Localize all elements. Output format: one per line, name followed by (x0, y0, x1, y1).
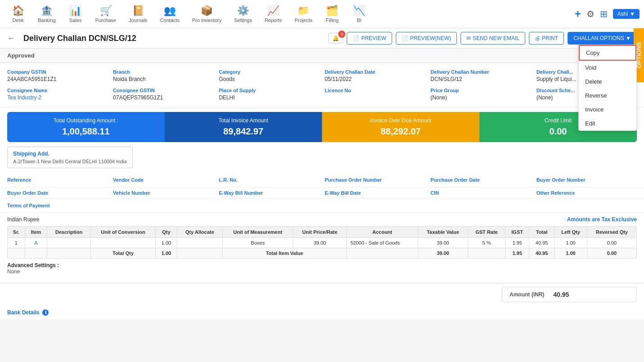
total-outstanding-card: Total Outstanding Amount : 1,00,588.11 (7, 112, 165, 142)
dropdown-copy[interactable]: Copy (579, 45, 636, 61)
nav-label-journals: Journals (129, 18, 148, 23)
other-reference-field: Other Reference (537, 190, 637, 196)
consignee-gstin-label: Consignee GSTIN (113, 88, 213, 93)
bank-details-label[interactable]: Bank Details (7, 309, 40, 316)
preview-button[interactable]: 📄 PREVIEW (347, 32, 392, 45)
email-icon: ✉ (466, 35, 471, 41)
total-empty-4 (177, 248, 223, 259)
nav-label-contacts: Contacts (160, 18, 179, 23)
total-outstanding-label: Total Outstanding Amount : (14, 117, 157, 124)
nav-item-pro-inventory[interactable]: 📦 Pro Inventory (186, 1, 228, 27)
dropdown-void[interactable]: Void (579, 61, 636, 75)
nav-item-banking[interactable]: 🏦 Banking (31, 1, 62, 27)
send-email-label: SEND NEW EMAIL (473, 35, 519, 41)
send-email-button[interactable]: ✉ SEND NEW EMAIL (461, 32, 525, 45)
nav-label-projects: Projects (295, 18, 313, 23)
total-empty-3 (47, 248, 91, 259)
dropdown-delete[interactable]: Delete (579, 75, 636, 89)
back-button[interactable]: ← (7, 34, 15, 43)
price-group-field: Price Group (None) (430, 88, 531, 101)
col-unit-conversion: Unit of Conversion (91, 227, 156, 238)
price-group-value: (None) (430, 94, 447, 101)
table-wrapper: Sr. Item Description Unit of Conversion … (0, 226, 644, 259)
col-sr: Sr. (8, 227, 25, 238)
col-left-qty: Left Qty (554, 227, 587, 238)
nav-item-sales[interactable]: 📊 Sales (62, 1, 89, 27)
nav-label-settings: Settings (234, 18, 252, 23)
total-empty-1 (8, 248, 25, 259)
amount-total-section: Amount (INR) 40.95 (0, 283, 644, 306)
delivery-challan-date-value: 05/11/2022 (325, 76, 352, 82)
nav-item-filling[interactable]: 🗂️ Filling (319, 1, 346, 27)
item-link[interactable]: A (34, 240, 37, 246)
consignee-name-value[interactable]: Tea Industry-2 (7, 94, 41, 101)
row-sr: 1 (8, 238, 25, 248)
table-row: 1 A 1.00 Boxes 39.00 52000 - Sale of Goo… (8, 238, 637, 248)
projects-icon: 📁 (297, 5, 309, 17)
consignee-name-field: Consignee Name Tea Industry-2 (7, 88, 107, 101)
nav-right-group: + ⚙ ⊞ Ashi ▼ (575, 8, 640, 20)
dropdown-edit[interactable]: Edit (579, 116, 636, 130)
col-reversed-qty: Reversed Qty (587, 227, 637, 238)
advanced-settings-section: Advanced Settings : None (0, 259, 644, 278)
amount-total-label: Amount (INR) (510, 291, 544, 298)
delivery-challan-number-label: Delivery Challan Number (430, 69, 531, 75)
row-description (47, 238, 91, 248)
notifications-button[interactable]: 🔔 0 (328, 33, 343, 44)
nav-item-reports[interactable]: 📈 Reports (258, 1, 288, 27)
buyer-order-date-field: Buyer Order Date (7, 190, 107, 196)
gear-icon[interactable]: ⚙ (586, 9, 595, 19)
delivery-challan-date-field: Delivery Challan Date 05/11/2022 (325, 69, 425, 82)
preview-new-button[interactable]: 📄 PREVIEW(NEW) (396, 32, 457, 45)
nav-item-journals[interactable]: 📔 Journals (122, 1, 154, 27)
nav-item-purchase[interactable]: 🛒 Purchase (89, 1, 122, 27)
nav-item-bi[interactable]: 📉 BI (346, 1, 373, 27)
nav-item-projects[interactable]: 📁 Projects (288, 1, 319, 27)
print-button[interactable]: 🖨 PRINT (529, 32, 564, 45)
dropdown-invoice[interactable]: Invoice (579, 103, 636, 116)
delivery-challan-date-label: Delivery Challan Date (325, 69, 425, 75)
company-gstin-field: Company GSTIN 24AABCA5951E1Z1 (7, 69, 107, 82)
amount-cards: Total Outstanding Amount : 1,00,588.11 T… (7, 112, 637, 142)
total-qty-value: 1.00 (156, 248, 177, 259)
dropdown-reverse[interactable]: Reverse (579, 89, 636, 103)
nav-items-group: 🏠 Desk 🏦 Banking 📊 Sales 🛒 Purchase 📔 Jo… (4, 1, 575, 27)
invoice-overdue-value: 88,292.07 (329, 126, 472, 137)
nav-label-banking: Banking (38, 18, 56, 23)
shipping-link[interactable]: Shipping Add. (13, 151, 127, 157)
add-button[interactable]: + (575, 8, 581, 20)
grid-icon[interactable]: ⊞ (600, 9, 608, 19)
tax-exclusive-label: Amounts are Tax Exclusive (567, 216, 637, 223)
purchase-order-date-field: Purchase Order Date (430, 177, 531, 183)
nav-item-desk[interactable]: 🏠 Desk (4, 1, 31, 27)
company-gstin-label: Company GSTIN (7, 69, 107, 75)
nav-label-pro-inventory: Pro Inventory (192, 18, 221, 23)
preview-new-icon: 📄 (402, 35, 408, 41)
header-actions: 🔔 0 📄 PREVIEW 📄 PREVIEW(NEW) ✉ SEND NEW … (328, 32, 637, 45)
shipping-box: Shipping Add. A-2/Tower-1 New Delhi Cent… (7, 147, 133, 168)
void-label: Void (585, 64, 596, 71)
vehicle-number-field: Vehicle Number (113, 190, 213, 196)
branch-field: Branch Noida Branch (113, 69, 213, 82)
nav-item-settings[interactable]: ⚙️ Settings (228, 1, 259, 27)
challan-dropdown-menu: Copy Void Delete Reverse Invoice (578, 45, 637, 131)
currency-label: Indian Rupee (7, 216, 39, 223)
page-header: ← Delivery Challan DCN/SLG/12 🔔 0 📄 PREV… (0, 28, 644, 49)
category-field: Category Goods (219, 69, 319, 82)
user-menu[interactable]: Ashi ▼ (613, 9, 640, 19)
purchase-order-number-field: Purchase Order Number (325, 177, 425, 183)
bi-icon: 📉 (353, 5, 365, 17)
nav-label-desk: Desk (12, 18, 23, 23)
desk-icon: 🏠 (12, 5, 24, 17)
row-unit-measurement: Boxes (223, 238, 293, 248)
row-taxable-value: 39.00 (418, 238, 468, 248)
total-invoice-card: Total Invoice Amount 89,842.97 (165, 112, 322, 142)
eway-bill-number-field: E-Way Bill Number (219, 190, 319, 196)
col-unit-measurement: Unit of Measurement (223, 227, 293, 238)
row-qty-allocate (177, 238, 223, 248)
licence-no-label: Licence No (325, 88, 425, 93)
row-reversed-qty: 0.00 (587, 238, 637, 248)
reference-fields-row1: Reference Vendor Code L.R. No. Purchase … (0, 173, 644, 188)
nav-item-contacts[interactable]: 👥 Contacts (154, 1, 186, 27)
challan-options-button[interactable]: CHALLAN OPTIONS ▼ (568, 32, 637, 45)
